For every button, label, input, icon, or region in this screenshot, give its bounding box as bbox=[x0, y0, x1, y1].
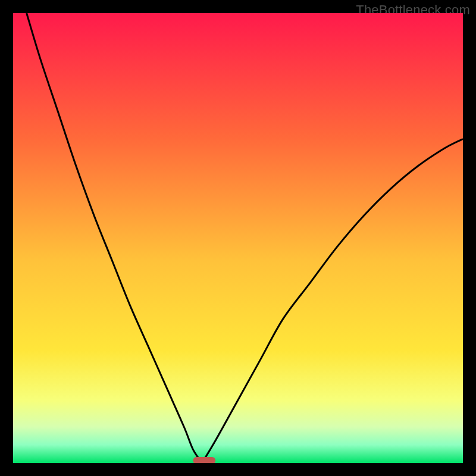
plot-area bbox=[13, 13, 463, 463]
chart-frame: TheBottleneck.com bbox=[0, 0, 476, 476]
optimum-marker bbox=[193, 457, 215, 463]
chart-svg bbox=[13, 13, 463, 463]
gradient-background bbox=[13, 13, 463, 463]
